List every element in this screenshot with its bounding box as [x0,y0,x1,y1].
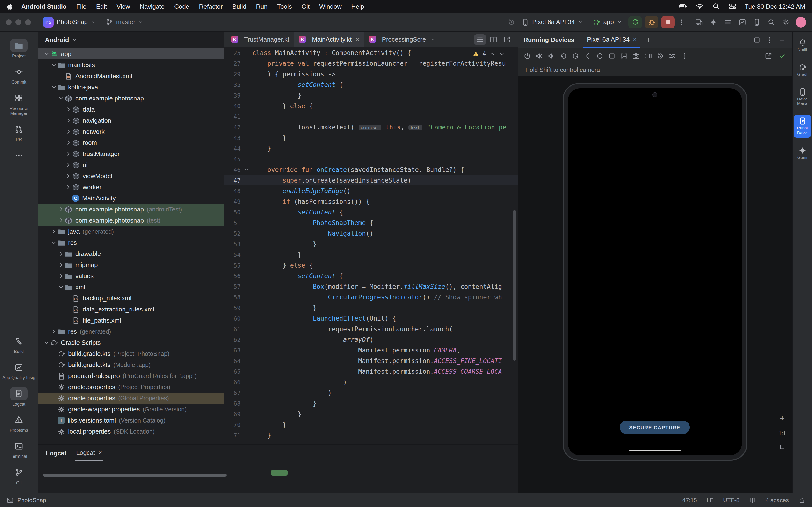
more-actions-icon[interactable] [678,18,686,26]
debug-button[interactable] [645,16,658,28]
control-center-icon[interactable] [728,2,737,10]
tree-item[interactable]: viewModel [38,170,224,181]
menu-file[interactable]: File [77,3,87,10]
tree-item[interactable]: drawable [38,248,224,259]
chevron-right-icon[interactable] [57,217,65,224]
vcs-branch-widget[interactable]: master [102,16,147,28]
code-line[interactable]: 53 } [224,238,518,249]
chevron-right-icon[interactable] [65,172,72,180]
gradle-sync-status-icon[interactable] [507,18,515,26]
tree-item[interactable]: manifests [38,59,224,70]
chevron-right-icon[interactable] [65,150,72,157]
code-line[interactable]: 48 enableEdgeToEdge() [224,185,518,196]
hide-panel-icon[interactable] [778,36,786,44]
tool-strip-project[interactable]: Project [1,39,37,59]
code-line[interactable]: 57 Box(modifier = Modifier.fillMaxSize()… [224,281,518,292]
tree-item[interactable]: proguard-rules.pro(ProGuard Rules for ":… [38,370,224,382]
code-line[interactable]: 70 } [224,419,518,430]
run-config-selector[interactable]: app [590,16,625,28]
close-icon[interactable]: × [355,36,359,43]
tree-item[interactable]: trustManager [38,148,224,159]
more-icon[interactable] [680,52,688,60]
code-line[interactable]: 60 LaunchedEffect(Unit) { [224,313,518,324]
tool-strip-commit[interactable]: Commit [1,65,37,85]
phone-screen[interactable]: SECURE CAPTURE [568,89,742,455]
build-variants-icon[interactable] [724,18,732,26]
menubar-clock[interactable]: Tue 30 Dec 12:42 AM [745,3,805,10]
tree-item[interactable]: xml [38,282,224,293]
tree-item[interactable]: backup_rules.xml [38,293,224,304]
chevron-right-icon[interactable] [65,161,72,169]
code-line[interactable]: 35 setContent { [224,79,518,90]
logcat-tab[interactable]: Logcat × [75,445,103,461]
code-line[interactable]: 44 } [224,143,518,154]
inspections-widget[interactable]: 4 [473,50,505,57]
menu-view[interactable]: View [116,3,130,10]
close-icon[interactable]: × [98,449,102,456]
chevron-right-icon[interactable] [65,128,72,135]
chevron-right-icon[interactable] [57,250,65,258]
profiler-icon[interactable] [739,18,746,26]
zoom-in-button[interactable]: + [780,414,785,422]
device-manager-icon[interactable] [753,18,761,26]
new-window-icon[interactable] [765,52,772,60]
editor-tab[interactable]: KProcessingScre [364,32,430,47]
tool-strip-gemini[interactable]: Gemi [794,144,811,162]
menu-help[interactable]: Help [351,3,364,10]
chevron-right-icon[interactable] [57,206,65,213]
logcat-title[interactable]: Logcat [46,449,66,457]
tree-item[interactable]: app [38,48,224,59]
code-line[interactable]: 62 arrayOf( [224,334,518,345]
chevron-down-icon[interactable] [43,339,50,346]
tree-item[interactable]: data_extraction_rules.xml [38,304,224,315]
running-devices-title[interactable]: Running Devices [523,32,581,48]
menu-run[interactable]: Run [256,3,267,10]
menu-edit[interactable]: Edit [96,3,107,10]
tool-strip-notifications[interactable]: Notifi [794,37,811,55]
back-icon[interactable] [584,52,592,60]
code-line[interactable]: 42 Toast.makeText( context: this, text: … [224,122,518,132]
power-icon[interactable] [523,52,531,60]
chevron-right-icon[interactable] [65,117,72,124]
code-line[interactable]: 69 } [224,408,518,419]
code-line[interactable]: 43 } [224,132,518,143]
code-line[interactable]: 64 Manifest.permission.ACCESS_FINE_LOCAT… [224,355,518,366]
code-line[interactable]: 45 [224,154,518,164]
editor-options-icon[interactable] [474,34,486,45]
tool-strip-app-quality-insights[interactable]: App Quality Insig [1,361,37,381]
tree-item[interactable]: java(generated) [38,226,224,237]
tree-item[interactable]: com.example.photosnap(androidTest) [38,204,224,215]
caret-position[interactable]: 47:15 [682,497,697,503]
rotate-left-icon[interactable] [560,52,567,60]
tree-item[interactable]: gradle-wrapper.properties(Gradle Version… [38,404,224,415]
tree-item[interactable]: network [38,126,224,137]
chevron-down-icon[interactable] [57,95,65,102]
apple-menu-icon[interactable] [7,3,13,10]
chevron-right-icon[interactable] [65,139,72,146]
code-line[interactable]: 29 ) { permissions -> [224,68,518,79]
add-device-tab-icon[interactable]: + [642,32,654,48]
code-line[interactable]: 51 PhotoSnapTheme { [224,217,518,228]
override-gutter-icon[interactable] [244,167,249,172]
settings-icon[interactable] [782,18,790,26]
wifi-icon[interactable] [695,2,704,10]
chevron-down-icon[interactable] [50,61,57,68]
device-settings-icon[interactable] [668,52,676,60]
code-line[interactable]: 65 Manifest.permission.ACCESS_COARSE_LOC… [224,366,518,377]
screenshot-icon[interactable] [620,52,628,60]
tree-item[interactable]: local.properties(SDK Location) [38,426,224,437]
tool-strip-build[interactable]: Build [1,335,37,354]
tree-item[interactable]: res(generated) [38,326,224,337]
tool-strip-more-tool-windows[interactable] [1,149,37,162]
editor-tab[interactable]: KMainActivity.kt× [294,32,364,47]
hidden-tabs-icon[interactable] [430,37,436,42]
tree-item[interactable]: gradle.properties(Project Properties) [38,382,224,393]
reader-mode-icon[interactable] [749,497,756,503]
code-line[interactable]: 40 } else { [224,101,518,111]
tool-strip-logcat[interactable]: Logcat [1,387,37,406]
gemini-icon[interactable] [710,18,717,26]
chevron-right-icon[interactable] [57,261,65,269]
tree-item[interactable]: Gradle Scripts [38,337,224,348]
tree-item[interactable]: Tlibs.versions.toml(Version Catalog) [38,415,224,426]
menu-git[interactable]: Git [302,3,310,10]
